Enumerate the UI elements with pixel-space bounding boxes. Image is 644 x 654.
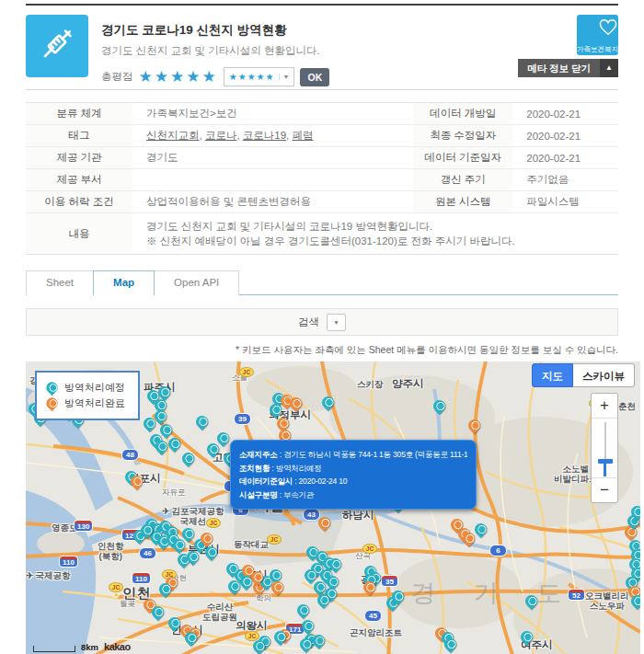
meta-value: 파일시스템 xyxy=(512,191,618,213)
map-city-label: 오크밸리리 스노우파 xyxy=(585,591,629,612)
rating-ok-button[interactable]: OK xyxy=(300,68,329,86)
meta-label: 이용 허락 조건 xyxy=(26,191,132,213)
meta-value: 2020-02-21 xyxy=(512,125,618,147)
search-dropdown-button[interactable]: ▼ xyxy=(327,314,346,331)
meta-close-button[interactable]: 메타 정보 닫기 ▲ xyxy=(518,59,618,77)
route-shield: 110 xyxy=(59,556,78,568)
tag-link[interactable]: 코로나19 xyxy=(243,130,286,141)
legend-pin-icon xyxy=(44,380,60,396)
table-row: 제공 부서갱신 주기주기없음 xyxy=(26,169,618,191)
meta-label: 제공 부서 xyxy=(26,169,132,191)
route-shield: 35 xyxy=(381,575,398,587)
category-badge-label: 가족보건복지 xyxy=(577,45,618,53)
meta-label: 최종 수정일자 xyxy=(413,125,512,147)
route-shield: 43 xyxy=(303,509,320,521)
infowindow-line: 시설구분명 : 부속기관 xyxy=(239,488,467,502)
table-row: 태그신천지교회, 코로나, 코로나19, 폐렴최종 수정일자2020-02-21 xyxy=(26,125,618,147)
map-city-label: 춘천 xyxy=(618,402,636,412)
map-city-label: 동작대교 xyxy=(234,540,269,550)
search-bar: 검색 ▼ xyxy=(26,308,618,336)
meta-value: 가족복지보건>보건 xyxy=(132,103,413,125)
meta-label: 원본 시스템 xyxy=(413,191,512,213)
map-province-watermark: 경 기 도 xyxy=(410,577,577,610)
junction-icon: JC xyxy=(206,518,221,528)
rating-select[interactable]: ★★★★★ ▼ xyxy=(224,67,295,86)
legend-label: 방역처리예정 xyxy=(64,381,125,395)
search-label: 검색 xyxy=(298,316,319,329)
meta-label: 갱신 주기 xyxy=(413,169,512,191)
infowindow-line: 소재지주소 : 경기도 하남시 덕풍동 744-1 1동 305호 (덕풍동로 … xyxy=(239,448,467,462)
table-row: 이용 허락 조건상업적이용허용 및 콘텐츠변경허용원본 시스템파일시스템 xyxy=(26,191,618,213)
zoom-out-button[interactable]: − xyxy=(592,478,617,502)
meta-value: 신천지교회, 코로나, 코로나19, 폐렴 xyxy=(132,125,413,147)
meta-label: 내용 xyxy=(26,213,132,255)
tag-link[interactable]: 코로나 xyxy=(205,130,237,141)
table-row-content: 내용경기도 신천지 교회 및 기타시설의 코로나19 방역현황입니다.※ 신천지… xyxy=(26,213,618,255)
meta-value: 2020-02-21 xyxy=(512,147,618,169)
rating-stars: ★★★★★ xyxy=(139,67,218,86)
scalebar-label: 8km xyxy=(81,642,98,652)
meta-content-value: 경기도 신천지 교회 및 기타시설의 코로나19 방역현황입니다.※ 신천지 예… xyxy=(132,213,618,255)
dataset-header: 경기도 코로나19 신천지 방역현황 경기도 신천지 교회 및 기타시설의 현황… xyxy=(26,6,618,89)
meta-value: 2020-02-21 xyxy=(512,103,618,125)
meta-label: 분류 체계 xyxy=(26,103,132,125)
page: 경기도 코로나19 신천지 방역현황 경기도 신천지 교회 및 기타시설의 현황… xyxy=(0,4,644,654)
meta-value: 경기도 xyxy=(132,147,413,169)
legend-item: 방역처리예정 xyxy=(46,380,125,396)
meta-label: 데이터 개방일 xyxy=(413,103,512,125)
tab-bar: SheetMapOpen API xyxy=(26,270,618,295)
dataset-icon xyxy=(26,15,88,77)
tab-sheet[interactable]: Sheet xyxy=(26,270,94,295)
zoom-in-button[interactable]: + xyxy=(592,394,617,418)
map-city-label: 자유로 xyxy=(162,488,186,498)
skyview-button[interactable]: 스카이뷰 xyxy=(573,363,635,387)
map-scalebar: 8km kakao xyxy=(33,641,131,652)
rating-label: 총평점 xyxy=(101,70,133,84)
junction-icon: JC xyxy=(109,582,123,592)
meta-value: 상업적이용허용 및 콘텐츠변경허용 xyxy=(132,191,413,213)
map-city-label: 양주시 xyxy=(392,378,424,390)
syringe-icon xyxy=(37,24,77,68)
legend-item: 방역처리완료 xyxy=(46,396,125,411)
meta-label: 제공 기관 xyxy=(26,147,132,169)
junction-icon: JC xyxy=(239,367,254,377)
junction-icon: JC xyxy=(267,534,282,545)
map-canvas[interactable]: 경 기 도 방역처리예정방역처리완료 지도 스카이뷰 + − 소재지주소 : 경… xyxy=(26,361,640,654)
route-shield: 110 xyxy=(132,572,151,584)
meta-value: 주기없음 xyxy=(512,169,618,191)
meta-label: 태그 xyxy=(26,125,132,147)
meta-close-label: 메타 정보 닫기 xyxy=(518,59,600,77)
tag-link[interactable]: 폐렴 xyxy=(292,130,313,141)
legend-label: 방역처리완료 xyxy=(64,396,125,410)
infowindow-line: 조치현황 : 방역처리예정 xyxy=(239,462,467,476)
route-shield: 48 xyxy=(121,449,139,461)
zoom-slider-handle[interactable] xyxy=(598,459,613,464)
map-city-label: ✈ 국제공항 xyxy=(26,571,71,581)
keyboard-note: * 키보드 사용자는 좌측에 있는 Sheet 메뉴를 이용하시면 동일한 정보… xyxy=(26,344,618,357)
route-shield: 130 xyxy=(74,520,93,532)
tag-link[interactable]: 신천지교회 xyxy=(146,130,200,141)
tab-map[interactable]: Map xyxy=(93,270,155,295)
route-shield: 6 xyxy=(489,545,507,556)
meta-table-body: 분류 체계가족복지보건>보건데이터 개방일2020-02-21태그신천지교회, … xyxy=(26,103,618,255)
route-shield: 39 xyxy=(234,413,251,425)
tab-open-api[interactable]: Open API xyxy=(154,270,239,295)
zoom-slider[interactable] xyxy=(592,418,617,478)
map-city-label: 월곶 xyxy=(120,600,135,609)
map-view-button[interactable]: 지도 xyxy=(532,363,573,387)
rating-select-value: ★★★★★ xyxy=(229,72,275,82)
marker-infowindow[interactable]: 소재지주소 : 경기도 하남시 덕풍동 744-1 1동 305호 (덕풍동로 … xyxy=(230,440,477,510)
map-city-label: 하남시 xyxy=(342,510,374,522)
route-shield: 46 xyxy=(139,547,156,559)
meta-label: 데이터 기준일자 xyxy=(413,147,512,169)
junction-icon: JC xyxy=(362,544,377,554)
map-city-label: 인천항 (북항) xyxy=(98,542,124,562)
header-divider xyxy=(26,89,618,90)
zoom-control: + − xyxy=(591,393,618,503)
map-city-label: 스키장 xyxy=(357,380,384,390)
table-row: 분류 체계가족복지보건>보건데이터 개방일2020-02-21 xyxy=(26,103,618,125)
map-type-toggle: 지도 스카이뷰 xyxy=(532,363,635,387)
kakao-logo: kakao xyxy=(104,641,131,652)
category-badge: 가족보건복지 xyxy=(577,15,618,55)
map-city-label: 수리산 도립공원 xyxy=(202,602,237,623)
